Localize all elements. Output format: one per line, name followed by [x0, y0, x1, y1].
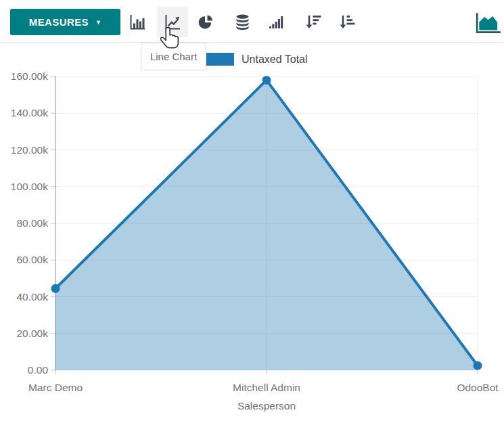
svg-text:40.00k: 40.00k [16, 291, 48, 303]
cumulative-button[interactable] [260, 7, 292, 37]
svg-text:Marc Demo: Marc Demo [28, 382, 83, 393]
measures-button[interactable]: MEASURES ▼ [10, 9, 120, 35]
sort-descending-button[interactable] [298, 7, 329, 37]
pie-chart-icon [197, 13, 215, 31]
stacked-button[interactable] [227, 7, 258, 37]
svg-text:OdooBot: OdooBot [457, 382, 499, 393]
svg-text:0.00: 0.00 [28, 364, 49, 376]
sort-amount-asc-icon [338, 13, 357, 31]
bar-chart-icon [129, 13, 147, 31]
database-stack-icon [233, 13, 252, 31]
legend-item-untaxed-total[interactable]: Untaxed Total [205, 53, 308, 66]
line-chart-button[interactable] [157, 7, 188, 37]
sort-amount-desc-icon [304, 13, 323, 31]
measures-button-label: MEASURES [29, 16, 89, 28]
legend-swatch [205, 53, 234, 66]
svg-text:Salesperson: Salesperson [237, 400, 296, 411]
line-chart-icon [164, 13, 182, 31]
legend-label: Untaxed Total [242, 53, 308, 66]
svg-text:160.00k: 160.00k [11, 70, 48, 82]
svg-text:80.00k: 80.00k [16, 217, 48, 229]
line-chart-tooltip: Line Chart [141, 43, 206, 70]
svg-text:60.00k: 60.00k [16, 254, 48, 265]
graph-view-switcher-button[interactable] [474, 9, 503, 37]
area-chart-icon [475, 12, 502, 35]
bar-chart-button[interactable] [122, 7, 153, 37]
pie-chart-button[interactable] [190, 7, 221, 37]
svg-text:Mitchell Admin: Mitchell Admin [233, 382, 300, 393]
svg-text:100.00k: 100.00k [11, 181, 48, 192]
graph-toolbar: MEASURES ▼ [0, 0, 504, 43]
tooltip-label: Line Chart [150, 51, 197, 62]
svg-text:20.00k: 20.00k [16, 328, 48, 339]
caret-down-icon: ▼ [95, 18, 101, 26]
svg-text:120.00k: 120.00k [11, 144, 48, 156]
ascending-bars-icon [267, 13, 285, 31]
sort-ascending-button[interactable] [331, 7, 363, 37]
svg-text:140.00k: 140.00k [11, 107, 48, 118]
